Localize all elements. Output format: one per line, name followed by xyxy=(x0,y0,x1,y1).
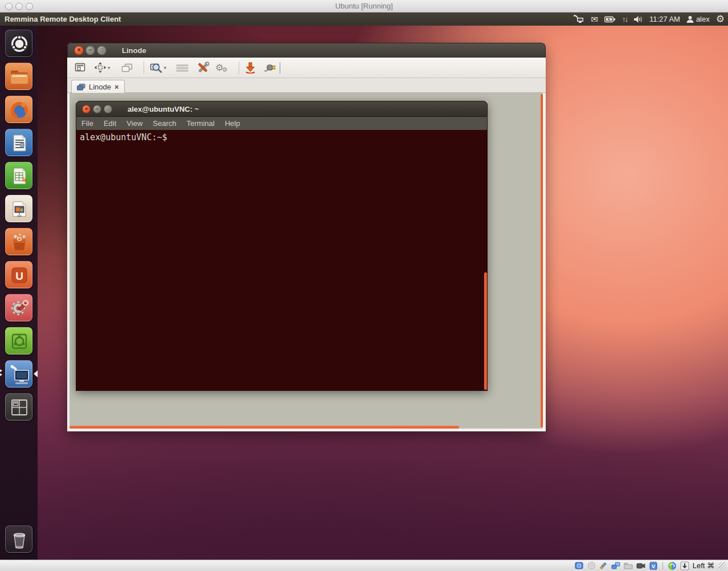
battery-indicator-icon[interactable] xyxy=(604,16,616,23)
viewport-horizontal-scrollbar[interactable] xyxy=(69,426,459,429)
remmina-close-button[interactable]: × xyxy=(74,46,84,55)
keyboard-capture-icon[interactable] xyxy=(680,561,689,570)
launcher-item-software-updater[interactable] xyxy=(5,327,32,354)
menu-view[interactable]: View xyxy=(121,119,148,128)
vbox-status-bar: V Left ⌘ xyxy=(0,560,728,571)
clock-indicator[interactable]: 11:27 AM xyxy=(649,15,680,23)
remmina-window-controls: × − □ xyxy=(74,46,107,55)
terminal-minimize-button[interactable]: − xyxy=(93,105,101,113)
launcher-item-workspace-switcher[interactable] xyxy=(5,393,32,421)
workspace-switcher-icon xyxy=(6,394,33,421)
screen: { "host_window": { "title": "Ubuntu [Run… xyxy=(0,0,728,571)
grab-keyboard-button[interactable] xyxy=(175,60,189,76)
remmina-focused-arrow xyxy=(34,370,38,377)
toolbar-separator-2 xyxy=(239,62,239,74)
launcher-item-libreoffice-writer[interactable] xyxy=(5,129,32,156)
remmina-maximize-button[interactable]: □ xyxy=(97,46,107,55)
remmina-running-indicator-2 xyxy=(0,373,2,376)
usb-devices-icon[interactable] xyxy=(599,561,608,570)
trash-icon xyxy=(6,526,33,553)
disconnect-button[interactable] xyxy=(264,60,276,76)
ubuntu-one-icon: U xyxy=(6,262,33,289)
remote-desktop-area[interactable]: × − □ alex@ubuntuVNC: ~ File Edit View S… xyxy=(69,93,543,429)
zoom-button[interactable] xyxy=(150,60,163,76)
grab-keyboard-icon xyxy=(175,63,189,72)
menu-edit[interactable]: Edit xyxy=(99,119,121,128)
gears-icon-small: ⚙ xyxy=(222,66,227,74)
minimize-to-tray-icon xyxy=(245,62,256,74)
system-settings-icon xyxy=(6,295,33,322)
launcher-item-libreoffice-impress[interactable] xyxy=(5,195,32,222)
toolbar-separator-1 xyxy=(144,62,144,74)
tab-linode[interactable]: Linode × xyxy=(71,80,125,93)
launcher-item-files[interactable] xyxy=(5,63,32,90)
shared-folders-icon[interactable] xyxy=(624,562,633,569)
vbox-separator xyxy=(662,562,663,570)
terminal-body[interactable]: alex@ubuntuVNC:~$ xyxy=(76,130,488,391)
fit-window-icon xyxy=(94,62,107,74)
software-updater-icon xyxy=(6,328,33,355)
files-folder-icon xyxy=(6,63,33,91)
terminal-titlebar[interactable]: × − □ alex@ubuntuVNC: ~ xyxy=(76,101,488,117)
menu-search[interactable]: Search xyxy=(148,119,181,128)
host-key-label: Left ⌘ xyxy=(693,561,714,570)
terminal-scrollbar-thumb[interactable] xyxy=(484,272,487,390)
fit-window-button[interactable] xyxy=(94,60,107,76)
terminal-window-controls: × − □ xyxy=(82,105,112,113)
remmina-toolbar: ▾ ▾ xyxy=(67,58,546,78)
impress-icon xyxy=(6,195,33,223)
remmina-window: × − □ Linode xyxy=(67,43,546,431)
tools-button[interactable]: ⚙⚙ xyxy=(215,60,227,76)
fit-window-dropdown[interactable]: ▾ xyxy=(108,65,111,71)
launcher-item-firefox[interactable] xyxy=(5,96,32,123)
tab-connection-icon xyxy=(77,84,85,91)
viewport-vertical-scrollbar[interactable] xyxy=(541,94,543,427)
network-traffic-indicator-icon[interactable]: ↑↓ xyxy=(622,15,627,23)
launcher-item-remmina[interactable] xyxy=(5,360,32,388)
user-indicator[interactable]: alex xyxy=(686,15,710,23)
minimize-to-tray-button[interactable] xyxy=(245,60,256,76)
active-app-title: Remmina Remote Desktop Client xyxy=(5,15,121,23)
remmina-viewport: × − □ alex@ubuntuVNC: ~ File Edit View S… xyxy=(67,93,546,431)
remote-desktop-indicator-icon[interactable] xyxy=(573,15,584,23)
remmina-window-title: Linode xyxy=(122,46,146,55)
duplicate-connection-button[interactable] xyxy=(121,60,133,76)
video-capture-icon[interactable] xyxy=(636,562,645,569)
virtualization-features-icon[interactable]: V xyxy=(649,561,658,570)
terminal-window: × − □ alex@ubuntuVNC: ~ File Edit View S… xyxy=(76,101,488,391)
zoom-dropdown[interactable]: ▾ xyxy=(164,65,167,71)
remmina-icon xyxy=(6,361,33,388)
launcher-item-system-settings[interactable] xyxy=(5,294,32,321)
menu-help[interactable]: Help xyxy=(220,119,246,128)
unity-top-panel: Remmina Remote Desktop Client ✉ ↑↓ xyxy=(0,13,728,26)
optical-drives-icon[interactable] xyxy=(587,561,596,570)
menu-file[interactable]: File xyxy=(76,119,99,128)
sound-indicator-icon[interactable] xyxy=(633,15,643,23)
calc-icon xyxy=(6,162,33,190)
vbox-chip-letter: V xyxy=(652,563,655,569)
remmina-titlebar[interactable]: × − □ Linode xyxy=(67,43,546,58)
terminal-close-button[interactable]: × xyxy=(82,105,91,113)
toggle-fullscreen-button[interactable] xyxy=(74,60,86,76)
launcher-item-trash[interactable] xyxy=(5,525,32,553)
remmina-tabbar: Linode × xyxy=(67,78,546,93)
network-adapters-icon[interactable] xyxy=(611,562,620,570)
fullscreen-icon xyxy=(74,62,86,73)
hard-disks-icon[interactable] xyxy=(575,561,584,570)
tab-close-icon[interactable]: × xyxy=(114,83,119,91)
toolbar-cursor-separator xyxy=(280,62,280,74)
menu-terminal[interactable]: Terminal xyxy=(182,119,220,128)
preferences-button[interactable] xyxy=(196,60,210,76)
launcher-item-ubuntu-software-center[interactable] xyxy=(5,228,32,255)
launcher-item-ubuntu-one[interactable]: U xyxy=(5,261,32,288)
launcher-item-libreoffice-calc[interactable] xyxy=(5,162,32,189)
terminal-maximize-button[interactable]: □ xyxy=(104,105,112,113)
window-resize-grip[interactable] xyxy=(719,562,726,569)
dash-home-icon xyxy=(6,30,33,58)
messages-indicator-icon[interactable]: ✉ xyxy=(591,15,598,23)
duplicate-connection-icon xyxy=(121,63,133,73)
launcher-item-dash-home[interactable] xyxy=(5,30,32,57)
mouse-integration-icon[interactable] xyxy=(668,561,677,570)
session-gear-icon[interactable]: ⚙ xyxy=(716,14,725,24)
remmina-minimize-button[interactable]: − xyxy=(85,46,95,55)
